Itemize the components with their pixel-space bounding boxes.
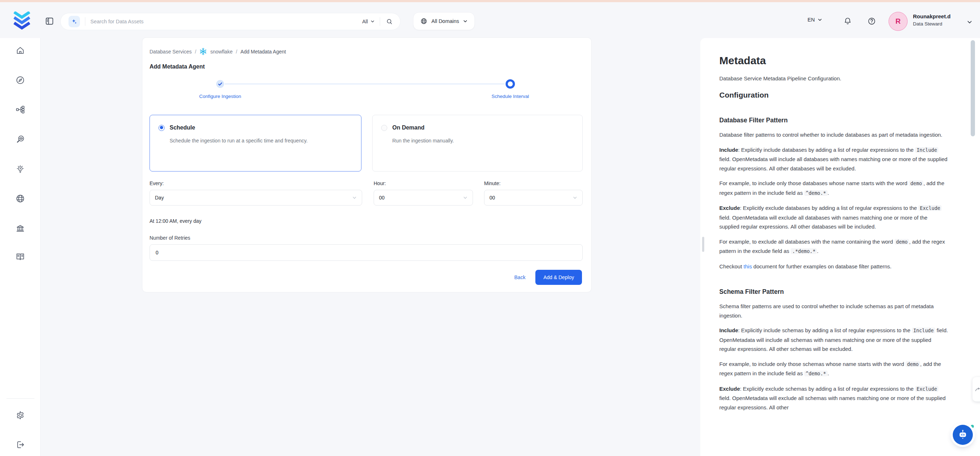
step-label-configure-ingestion[interactable]: Configure Ingestion (173, 94, 267, 99)
docs-title: Metadata (719, 54, 949, 67)
minute-select-value: 00 (490, 195, 495, 201)
search-divider (85, 17, 85, 26)
search-scope-dropdown[interactable]: All (362, 19, 375, 24)
schedule-summary: At 12:00 AM, every day (150, 218, 202, 224)
add-and-deploy-button[interactable]: Add & Deploy (535, 270, 582, 285)
insights-bulb-icon[interactable] (16, 164, 25, 174)
hour-label: Hour: (374, 180, 386, 186)
schedule-option-card[interactable]: Schedule Schedule the ingestion to run a… (150, 115, 361, 172)
chevron-down-icon (371, 19, 375, 24)
hour-select-value: 00 (379, 195, 385, 201)
database-filter-paragraph: For example, to exclude all databases wi… (719, 237, 949, 256)
chevron-down-icon (573, 196, 578, 200)
home-icon[interactable] (16, 46, 25, 55)
chevron-down-icon (463, 196, 468, 200)
docs-subtitle: Database Service Metadata Pipeline Confi… (719, 75, 949, 81)
retries-input[interactable] (150, 244, 583, 261)
sidebar-divider (6, 398, 34, 399)
minute-select[interactable]: 00 (484, 190, 583, 206)
help-icon[interactable] (867, 17, 876, 26)
language-label: EN (808, 17, 815, 22)
database-filter-paragraph: Database filter patterns to control whet… (719, 130, 949, 140)
global-search-bar[interactable]: Search for Data Assets All (60, 13, 401, 30)
curved-arrow-icon (975, 386, 980, 392)
on-demand-radio[interactable] (381, 125, 387, 131)
every-select-value: Day (155, 195, 164, 201)
retries-label: Number of Retries (150, 235, 190, 241)
schedule-option-title: Schedule (170, 124, 195, 131)
panel-scrollbar-thumb[interactable] (970, 40, 975, 136)
app-header: Search for Data Assets All All Domains E… (0, 2, 980, 38)
breadcrumb-snowflake[interactable]: snowflake (210, 49, 232, 54)
schedule-radio[interactable] (159, 125, 165, 131)
explore-compass-icon[interactable] (16, 75, 25, 85)
robot-icon (957, 429, 969, 441)
minute-label: Minute: (484, 180, 501, 186)
every-select[interactable]: Day (150, 190, 362, 206)
breadcrumb-database-services[interactable]: Database Services (150, 49, 192, 54)
hour-select[interactable]: 00 (374, 190, 473, 206)
chatbot-button[interactable] (953, 425, 973, 445)
glossary-book-icon[interactable] (16, 252, 25, 261)
chevron-down-icon (463, 19, 468, 24)
schema-filter-paragraph: Schema filter patterns are used to contr… (719, 302, 949, 320)
logout-icon[interactable] (16, 440, 25, 450)
globe-icon (420, 18, 428, 25)
user-name: Rounakpreet.d (913, 13, 951, 19)
snowflake-icon (199, 48, 207, 55)
schema-filter-paragraph: For example, to include only those schem… (719, 359, 949, 378)
schedule-option-description: Schedule the ingestion to run at a speci… (170, 136, 328, 146)
on-demand-option-card[interactable]: On Demand Run the ingestion manually. (372, 115, 583, 172)
observability-icon[interactable] (16, 134, 25, 144)
user-menu[interactable]: Rounakpreet.d Data Steward (913, 13, 951, 27)
breadcrumb-separator: / (195, 49, 197, 54)
every-label: Every: (150, 180, 164, 186)
domains-globe-icon[interactable] (16, 194, 25, 203)
lineage-flow-icon[interactable] (16, 105, 25, 115)
search-icon[interactable] (386, 18, 393, 25)
schema-filter-paragraph: Include: Explicitly include schemas by a… (719, 326, 949, 354)
step-label-schedule-interval: Schedule Interval (464, 94, 557, 99)
breadcrumb: Database Services / snowflake / Add Meta… (150, 48, 286, 55)
database-filter-paragraph: Include: Explicitly include databases by… (719, 145, 949, 173)
step-active-ring[interactable] (506, 79, 515, 89)
breadcrumb-current: Add Metadata Agent (240, 49, 286, 54)
database-filter-paragraph: For example, to include only those datab… (719, 179, 949, 198)
database-filter-paragraph: Exclude: Explicitly exclude databases by… (719, 203, 949, 231)
docs-panel: Metadata Database Service Metadata Pipel… (700, 38, 980, 456)
user-avatar[interactable]: R (889, 12, 908, 31)
domains-label: All Domains (431, 18, 459, 24)
search-divider (380, 17, 380, 26)
language-selector[interactable]: EN (808, 17, 822, 22)
chatbot-status-dot (970, 425, 974, 428)
search-input[interactable]: Search for Data Assets (91, 19, 362, 24)
search-scope-label: All (362, 19, 368, 24)
collapsed-widget-tab[interactable] (972, 377, 980, 402)
sidebar-toggle-icon[interactable] (45, 16, 54, 26)
add-metadata-agent-card: Database Services / snowflake / Add Meta… (142, 37, 592, 292)
user-role: Data Steward (913, 21, 951, 27)
settings-gear-icon[interactable] (16, 410, 25, 420)
on-demand-option-title: On Demand (392, 124, 425, 131)
notifications-bell-icon[interactable] (843, 17, 852, 26)
docs-configuration-heading: Configuration (719, 91, 949, 99)
governance-bank-icon[interactable] (16, 223, 25, 233)
database-filter-paragraph-link[interactable]: Checkout this document for further examp… (719, 262, 949, 271)
schema-filter-heading: Schema Filter Pattern (719, 288, 949, 296)
schema-filter-paragraph: Exclude: Explicitly exclude schemas by a… (719, 384, 949, 412)
stepper-connector (225, 84, 505, 85)
openmetadata-logo-icon[interactable] (14, 11, 30, 30)
breadcrumb-separator: / (236, 49, 237, 54)
chevron-down-icon (818, 18, 822, 22)
user-menu-chevron-icon[interactable] (967, 19, 972, 25)
step-done-check-icon[interactable] (216, 80, 224, 88)
wizard-actions: Back Add & Deploy (514, 270, 582, 285)
avatar-initial: R (896, 17, 900, 26)
back-button[interactable]: Back (514, 274, 525, 280)
database-filter-heading: Database Filter Pattern (719, 116, 949, 124)
page-title: Add Metadata Agent (150, 64, 205, 70)
domains-dropdown[interactable]: All Domains (413, 12, 475, 30)
docs-content: Metadata Database Service Metadata Pipel… (700, 38, 969, 412)
wizard-stepper: Configure Ingestion Schedule Interval (150, 77, 583, 109)
ai-sparkle-icon[interactable] (68, 16, 80, 27)
